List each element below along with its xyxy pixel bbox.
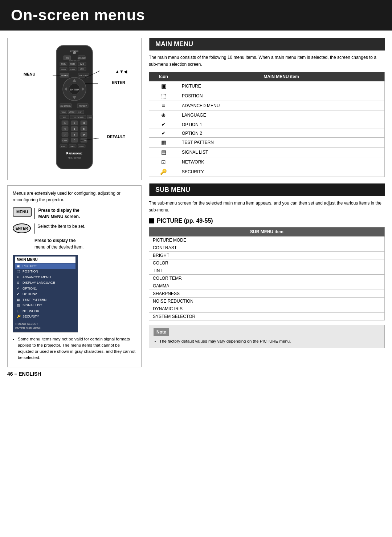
table-row: ✔ OPTION 1 [149,120,385,129]
remote-diagram: POWER ON STANDBY RGB1 RGB2 [11,42,138,176]
svg-text:D/ALL: D/ALL [70,145,75,147]
svg-text:ID SET: ID SET [79,145,84,147]
label-cell: POSITION [178,91,385,101]
screen-menu-item-option1: ✔ OPTION1 [15,286,75,292]
language-icon: ⊕ [17,280,21,286]
svg-text:SHIFT: SHIFT [78,111,82,113]
page-title: On-screen menus [11,7,381,24]
sub-menu-table: SUB MENU item PICTURE MODE CONTRAST BRIG… [149,227,385,320]
label-cell: ADVANCED MENU [178,101,385,110]
left-column: POWER ON STANDBY RGB1 RGB2 [7,38,142,377]
svg-text:RGB2: RGB2 [70,63,75,65]
advanced-icon: ≡ [17,275,21,280]
label-cell: OPTION 1 [178,120,385,129]
svg-text:ZOOM: ZOOM [69,111,74,113]
picture-section: PICTURE (pp. 49-55) SUB MENU item PICTUR… [149,218,385,320]
sub-menu-desc: The sub-menu screen for the selected mai… [149,200,385,213]
icon-cell: 🔑 [149,167,178,177]
svg-text:2: 2 [74,121,75,125]
svg-text:AUX: AUX [80,68,83,70]
sub-menu-item: COLOR TEMP. [149,275,385,282]
screen-menu-item-position: ⬚ POSITION [15,269,75,275]
screen-menu-mockup: MAIN MENU ▣ PICTURE ⬚ POSITION ≡ ADVANCE… [13,255,78,332]
enter-btn-diagram: ENTER [13,223,31,233]
arrows-label: ▲▼◀ [115,69,127,74]
svg-text:POWER: POWER [70,50,79,52]
note-box: Note The factory default values may vary… [149,325,385,348]
svg-text:RGB1: RGB1 [61,63,66,65]
svg-text:DVI-D: DVI-D [80,63,85,65]
icon-cell: ≡ [149,101,178,110]
enter-desc2: Press to display the menu of the desired… [34,237,136,250]
svg-text:STANDBY: STANDBY [77,57,86,59]
main-menu-header: MAIN MENU [149,38,385,51]
table-row: COLOR TEMP. [149,275,385,282]
enter-label: ENTER [112,80,125,85]
main-menu-desc: The main menu consists of the following … [149,54,385,68]
table-row: ⊕ LANGUAGE [149,110,385,120]
enter-diagram-item: ENTER Select the item to be set. [13,223,136,234]
note-title: Note [154,328,169,336]
screen-menu-title: MAIN MENU [15,257,75,263]
svg-text:TEST PATTERN: TEST PATTERN [73,116,83,118]
main-content: POWER ON STANDBY RGB1 RGB2 [0,31,392,384]
svg-text:5: 5 [74,127,75,130]
table-row: BRIGHT [149,252,385,259]
option2-icon: ✔ [17,292,21,297]
table-row: CONTRAST [149,244,385,252]
menu-btn-diagram: MENU [13,207,32,217]
icon-cell: ⊡ [149,157,178,167]
sub-menu-item: TINT [149,267,385,275]
table-row: ▣ PICTURE [149,81,385,91]
info-box: Menus are extensively used for configuri… [7,185,142,367]
screen-menu-item-picture: ▣ PICTURE [15,263,75,269]
svg-text:0: 0 [74,139,75,142]
sub-menu-col: SUB MENU item [149,227,385,237]
icon-cell: ▣ [149,81,178,91]
diagram-section: MENU Press to display the MAIN MENU scre… [13,207,136,250]
svg-text:7: 7 [64,133,66,136]
sub-menu-item: COLOR [149,259,385,267]
svg-text:VIDEO: VIDEO [61,68,66,70]
sub-menu-table-header: SUB MENU item [149,227,385,237]
label-cell: LANGUAGE [178,110,385,120]
note-text: The factory default values may vary depe… [159,338,380,344]
svg-text:ASPECT: ASPECT [79,105,87,107]
label-cell: PICTURE [178,81,385,91]
screen-menu-footer: ♦ MENU SELECT ENTER SUB MENU [15,321,75,331]
sub-menu-item: SHARPNESS [149,290,385,298]
table-row: PICTURE MODE [149,237,385,244]
bullet-item: Some menu items may not be valid for cer… [18,336,136,361]
table-row: SHARPNESS [149,290,385,298]
sub-menu-item: GAMMA [149,282,385,290]
picture-header: PICTURE (pp. 49-55) [149,218,385,224]
default-label: DEFAULT [107,134,125,139]
table-row: COLOR [149,259,385,267]
table-row: 🔑 SECURITY [149,167,385,177]
enter-desc: Select the item to be set. [37,223,85,230]
svg-text:FOCUS: FOCUS [61,111,66,113]
svg-text:EXTC: EXTC [62,140,68,142]
table-row: TINT [149,267,385,275]
table-row: GAMMA [149,282,385,290]
signal-icon: ▤ [17,303,21,308]
icon-cell: ⬚ [149,91,178,101]
icon-cell: ▤ [149,148,178,157]
sub-menu-item: SYSTEM SELECTOR [149,313,385,320]
sub-menu-item: CONTRAST [149,244,385,252]
icon-cell: ✔ [149,120,178,129]
page-header: On-screen menus [0,0,392,31]
remote-wrapper: POWER ON STANDBY RGB1 RGB2 [13,42,136,176]
svg-text:6: 6 [83,127,85,130]
label-cell: NETWORK [178,157,385,167]
screen-menu-item-network: ⊡ NETWORK [15,308,75,314]
table-row: ▤ SIGNAL LIST [149,148,385,157]
info-text: Menus are extensively used for configuri… [13,190,136,203]
table-row: ≡ ADVANCED MENU [149,101,385,110]
svg-text:S-VDO: S-VDO [70,68,75,70]
sub-menu-item: NOISE REDUCTION [149,298,385,305]
screen-menu-item-signal: ▤ SIGNAL LIST [15,303,75,308]
svg-text:3: 3 [83,121,85,125]
svg-text:SHUTTER: SHUTTER [79,74,88,77]
picture-title: PICTURE (pp. 49-55) [157,218,213,224]
